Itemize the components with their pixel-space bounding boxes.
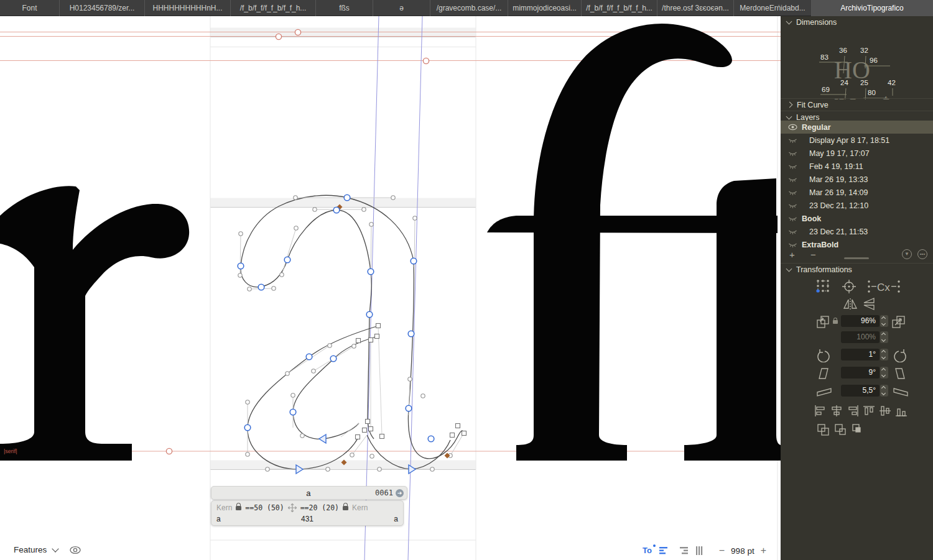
tab-font[interactable]: Font [0,0,60,16]
flip-vertical-icon[interactable] [861,297,876,311]
scale-y-stepper[interactable] [880,331,888,343]
guide-node[interactable] [423,58,429,63]
corner-node[interactable] [369,427,373,431]
corner-node[interactable] [450,433,455,438]
transform-metrics-icon[interactable]: Cx [866,278,901,295]
oncurve-node[interactable] [290,409,296,415]
extremum-node[interactable] [319,434,326,443]
oncurve-node[interactable] [411,258,417,264]
goto-glyph-icon[interactable]: ➔ [396,489,404,497]
align-center-h-icon[interactable] [830,404,843,418]
glyph-a-outline[interactable] [248,326,379,469]
align-bottom-icon[interactable] [894,404,908,418]
eye-closed-icon[interactable] [788,228,801,235]
layers-scrollbar[interactable] [844,257,869,259]
offcurve-handle-node[interactable] [266,467,269,471]
italic-angle-guide[interactable] [408,16,422,560]
zoom-out-button[interactable]: − [713,545,731,556]
oncurve-node[interactable] [428,436,434,442]
layer-row-mar-26-19-13-33[interactable]: Mar 26 19, 13:33 [781,173,933,186]
oncurve-node[interactable] [306,354,312,360]
section-fit-curve[interactable]: Fit Curve [781,98,933,111]
oncurve-node[interactable] [408,331,414,337]
kern-lock-left-icon[interactable] [236,506,241,510]
tab-edit-5[interactable]: ə [373,0,430,16]
scale-copy-left-icon[interactable] [816,315,831,329]
scale-copy-right-icon[interactable] [891,315,906,329]
text-tool-icon[interactable]: To [643,546,652,555]
offcurve-handle-node[interactable] [248,287,251,291]
path-union-icon[interactable] [816,423,831,438]
rotate-field[interactable]: 1° [841,349,880,360]
skew-left-icon[interactable] [816,385,832,398]
layer-row-regular[interactable]: Regular [781,121,933,134]
guide-node[interactable] [276,34,281,39]
offcurve-handle-node[interactable] [328,344,332,347]
rotate-cw-icon[interactable] [893,349,907,362]
eye-closed-icon[interactable] [788,176,801,183]
tab-edit-4[interactable]: fßs [316,0,373,16]
offcurve-handle-node[interactable] [326,467,330,471]
guide-node[interactable] [166,448,172,454]
corner-node[interactable] [366,420,370,424]
glyph-edit-canvas[interactable]: |serif| [0,16,781,560]
offcurve-handle-node[interactable] [421,394,425,398]
offcurve-handle-node[interactable] [350,453,354,457]
offcurve-handle-node[interactable] [370,454,374,458]
features-label[interactable]: Features [14,545,47,554]
layer-row-display-apr-8-17-18-51[interactable]: Display Apr 8 17, 18:51 [781,134,933,147]
offcurve-handle-node[interactable] [313,208,317,211]
zoom-in-button[interactable]: + [754,545,773,556]
kern-lock-right-icon[interactable] [343,506,348,510]
offcurve-handle-node[interactable] [239,232,243,236]
glyph-a-outline[interactable] [241,195,463,459]
align-right-icon[interactable] [677,546,688,555]
glyph-a-outline[interactable] [293,336,378,439]
eye-closed-icon[interactable] [788,163,801,170]
tab-edit-11[interactable]: ArchivioTipografico [812,0,933,16]
oncurve-node[interactable] [344,195,350,201]
path-intersect-icon[interactable] [851,423,866,438]
features-control[interactable]: Features [14,545,81,554]
layer-row-may-19-17-17-07[interactable]: May 19 17, 17:07 [781,147,933,160]
offcurve-handle-node[interactable] [272,287,276,290]
oncurve-node[interactable] [330,356,337,362]
oncurve-node[interactable] [284,257,290,263]
path-subtract-icon[interactable] [833,423,848,438]
offcurve-handle-node[interactable] [291,393,295,397]
tab-edit-2[interactable]: HHHHHHHHHHnH... [145,0,231,16]
offcurve-handle-node[interactable] [294,196,297,200]
align-left-icon[interactable] [659,546,670,555]
oncurve-node[interactable] [244,425,251,431]
layer-row-feb-4-19-19-11[interactable]: Feb 4 19, 19:11 [781,160,933,173]
eye-closed-icon[interactable] [788,215,801,222]
rotate-stepper[interactable] [880,349,888,360]
kern-right-value[interactable]: ==20 (20) [300,503,339,512]
vertical-layout-icon[interactable] [695,546,704,555]
offcurve-handle-node[interactable] [238,273,242,277]
corner-node[interactable] [456,424,460,428]
tab-edit-3[interactable]: /f_b/f_f/f_f_b/f_f_h... [231,0,316,16]
align-center-v-icon[interactable] [878,404,892,418]
corner-node[interactable] [363,428,367,433]
offcurve-handle-node[interactable] [300,434,304,438]
add-layer-button[interactable]: + [789,249,802,260]
oncurve-node[interactable] [258,284,264,290]
corner-node[interactable] [380,434,384,439]
offcurve-handle-node[interactable] [413,216,417,220]
glyph-info-header[interactable]: a 0061 ➔ [211,486,407,500]
oncurve-node[interactable] [368,269,374,275]
skew-right-icon[interactable] [893,385,909,398]
offcurve-handle-node[interactable] [294,226,298,230]
remove-layer-button[interactable]: − [810,249,823,260]
layer-row-mar-26-19-14-09[interactable]: Mar 26 19, 14:09 [781,186,933,199]
slant-right-icon[interactable] [893,367,907,380]
offcurve-handle-node[interactable] [246,400,249,404]
corner-node[interactable] [375,334,379,339]
scale-lock-icon[interactable] [833,320,838,324]
layer-row-book[interactable]: Book [781,212,933,225]
corner-node[interactable] [376,324,381,328]
align-left-edges-icon[interactable] [814,404,827,418]
offcurve-handle-node[interactable] [430,467,434,471]
corner-node[interactable] [356,339,361,343]
